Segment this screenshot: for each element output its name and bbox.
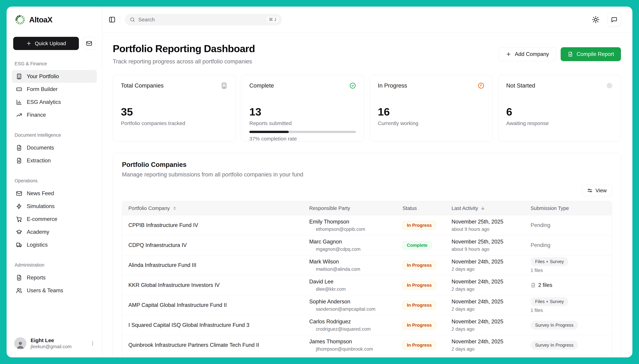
responsible-email: ethompson@cppib.com (316, 227, 365, 232)
table-row[interactable]: KKR Global Infrastructure Investors IV D… (122, 275, 612, 295)
user-card[interactable]: Eight Lee jleekun@gmail.com (12, 335, 97, 350)
table-row[interactable]: Alinda Infrastructure Fund III Mark Wils… (122, 255, 612, 275)
app-window: AltoaX Quick Upload ESG & Finance Your P… (7, 6, 632, 358)
compile-report-button[interactable]: Compile Report (561, 47, 621, 61)
trend-icon (16, 112, 22, 118)
row-actions-dots-icon[interactable] (599, 322, 604, 328)
envelope-icon (309, 347, 314, 351)
sidebar-item-label: Finance (27, 112, 46, 118)
feedback-chat-button[interactable] (607, 13, 621, 26)
row-actions-dots-icon[interactable] (599, 262, 604, 268)
sidebar-item-form-builder[interactable]: Form Builder (12, 83, 97, 96)
app-name: AltoaX (29, 16, 52, 24)
mail-icon (86, 40, 92, 46)
company-name: KKR Global Infrastructure Investors IV (122, 282, 309, 288)
submission-cell: Files + Survey1 files (531, 297, 591, 313)
responsible-name: Mark Wilson (309, 258, 403, 265)
table-row[interactable]: CPPIB Infrastructure Fund IV Emily Thomp… (122, 215, 612, 235)
row-actions-dots-icon[interactable] (599, 302, 604, 308)
table-row[interactable]: CDPQ Infraestructura IV Marc Gagnon mgag… (122, 235, 612, 255)
stat-card: Total Companies 35 Portfolio companies t… (113, 75, 236, 142)
row-actions-dots-icon[interactable] (599, 242, 604, 248)
sidebar-item-news-feed[interactable]: News Feed (12, 187, 97, 200)
plus-icon (26, 41, 32, 46)
stat-card: In Progress 16 Currently working (370, 75, 492, 142)
sidebar-item-label: Academy (27, 229, 49, 235)
view-button[interactable]: View (582, 185, 612, 196)
column-header-status[interactable]: Status (403, 206, 451, 211)
company-name: CPPIB Infrastructure Fund IV (122, 222, 309, 228)
responsible-email: sanderson@ampcapital.com (316, 306, 375, 312)
responsible-name: Emily Thompson (309, 219, 403, 225)
column-header-responsible-party[interactable]: Responsible Party (309, 206, 403, 211)
table-card-subtitle: Manage reporting submissions from all po… (122, 171, 612, 178)
responsible-email: mwilson@alinda.com (316, 266, 360, 272)
last-activity-date: November 24th, 2025 (451, 258, 531, 265)
clock-icon (478, 82, 484, 89)
sidebar-item-documents[interactable]: Documents (12, 141, 97, 154)
sidebar-item-extraction[interactable]: Extraction (12, 154, 97, 167)
column-header-portfolio-company[interactable]: Portfolio Company (122, 206, 309, 211)
sidebar-item-finance[interactable]: Finance (12, 108, 97, 122)
status-badge: Complete (403, 241, 432, 250)
sidebar-item-label: Reports (27, 274, 46, 281)
stat-card-value: 6 (506, 106, 613, 118)
page-title: Portfolio Reporting Dashboard (113, 43, 255, 54)
progress-bar (249, 131, 356, 133)
sidebar-item-e-commerce[interactable]: E-commerce (12, 213, 97, 226)
building-icon (16, 73, 22, 80)
table-row[interactable]: Copenhagen Infrastructure Partners VI La… (122, 355, 612, 358)
table-row[interactable]: I Squared Capital ISQ Global Infrastruct… (122, 315, 612, 335)
search-input[interactable] (138, 17, 263, 22)
responsible-email: mgagnon@cdpq.com (316, 246, 360, 252)
last-activity-date: November 25th, 2025 (451, 219, 531, 225)
topbar-divider (120, 16, 120, 24)
row-actions-dots-icon[interactable] (599, 282, 604, 288)
search-shortcut-badge: ⌘ J (266, 16, 279, 23)
user-menu-dots-icon[interactable] (90, 341, 95, 346)
column-header-submission-type[interactable]: Submission Type (531, 206, 591, 211)
column-header-last-activity[interactable]: Last Activity (451, 206, 531, 211)
sidebar-item-label: Form Builder (27, 86, 58, 92)
envelope-icon (309, 287, 314, 292)
search-bar[interactable]: ⌘ J (125, 14, 282, 25)
sidebar-item-logistics[interactable]: Logistics (12, 238, 97, 251)
sort-chevrons-icon[interactable] (172, 206, 177, 210)
status-badge: In Progress (403, 301, 436, 310)
quick-upload-label: Quick Upload (35, 40, 66, 46)
sidebar-item-simulations[interactable]: Simulations (12, 200, 97, 213)
stat-card-title: In Progress (378, 82, 407, 89)
table-row[interactable]: Quinbrook Infrastructure Partners Climat… (122, 335, 612, 355)
sidebar-item-users-teams[interactable]: Users & Teams (12, 284, 97, 297)
last-activity-ago: 2 days ago (451, 346, 531, 352)
sidebar-item-label: Extraction (27, 158, 51, 164)
sidebar-item-esg-analytics[interactable]: ESG Analytics (12, 96, 97, 108)
quick-upload-button[interactable]: Quick Upload (13, 37, 79, 50)
cart-icon (16, 216, 22, 222)
add-company-label: Add Company (515, 51, 549, 57)
user-name: Eight Lee (31, 338, 72, 343)
row-actions-dots-icon[interactable] (599, 342, 604, 348)
file-icon (531, 282, 536, 288)
sidebar-toggle-icon[interactable] (109, 16, 116, 23)
sidebar-item-label: E-commerce (27, 216, 57, 222)
main-area: ⌘ J Portfolio Reporting Dashboard Track … (102, 6, 632, 358)
row-actions-dots-icon[interactable] (599, 222, 604, 228)
mail-button[interactable] (83, 37, 96, 50)
sidebar: AltoaX Quick Upload ESG & Finance Your P… (7, 6, 102, 358)
submission-cell: Files + Survey1 files (531, 257, 591, 273)
company-name: I Squared Capital ISQ Global Infrastruct… (122, 322, 309, 328)
sort-arrow-down-icon[interactable] (480, 206, 485, 210)
status-badge: In Progress (403, 261, 436, 270)
topbar: ⌘ J (102, 6, 632, 33)
add-company-button[interactable]: Add Company (499, 47, 556, 61)
responsible-name: Marc Gagnon (309, 238, 403, 245)
logo: AltoaX (12, 14, 97, 25)
sidebar-section-label: ESG & Finance (12, 61, 97, 66)
sidebar-item-your-portfolio[interactable]: Your Portfolio (12, 70, 97, 83)
sidebar-item-reports[interactable]: Reports (12, 271, 97, 284)
sidebar-item-academy[interactable]: Academy (12, 226, 97, 238)
table-row[interactable]: AMP Capital Global Infrastructure Fund I… (122, 295, 612, 315)
theme-toggle-sun-icon[interactable] (592, 16, 600, 24)
companies-table: Portfolio Company Responsible Party Stat… (122, 201, 612, 358)
